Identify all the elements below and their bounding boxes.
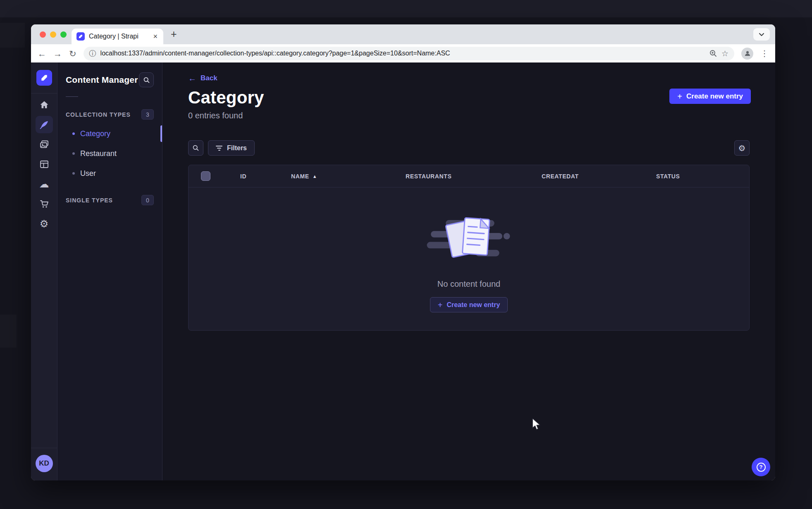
plus-icon: + [438, 301, 443, 309]
subnav-title: Content Manager [66, 75, 138, 85]
sidebar-item-label: Restaurant [80, 149, 117, 158]
desktop-pattern [0, 315, 17, 348]
single-types-count-badge: 0 [141, 195, 154, 205]
window-controls [40, 31, 67, 38]
home-icon [39, 100, 49, 110]
create-new-entry-button[interactable]: + Create new entry [669, 89, 751, 104]
list-actions-row: Filters ⚙ [188, 140, 750, 156]
active-item-indicator [160, 125, 162, 142]
empty-state-message: No content found [437, 279, 500, 289]
nav-content-manager-button[interactable] [36, 116, 53, 133]
bullet-icon [72, 172, 75, 175]
chevron-down-icon [759, 33, 764, 36]
browser-toolbar: ← → ↻ ⓘ localhost:1337/admin/content-man… [31, 44, 775, 62]
column-header-createdat[interactable]: CREATEDAT [542, 173, 656, 180]
browser-profile-button[interactable] [741, 48, 753, 60]
back-link[interactable]: ← Back [188, 74, 217, 82]
empty-state: No content found + Create new entry [189, 187, 749, 312]
entries-table: ID NAME ▲ RESTAURANTS CREATEDAT STATUS [188, 165, 750, 331]
empty-create-new-entry-button[interactable]: + Create new entry [430, 297, 508, 312]
entries-count: 0 entries found [188, 111, 750, 120]
strapi-app: ☁ ⚙ KD Content Manager [31, 62, 775, 480]
tab-search-chevron-button[interactable] [753, 28, 770, 41]
column-header-status[interactable]: STATUS [656, 173, 749, 180]
browser-tabstrip: Category | Strapi × + [31, 24, 775, 44]
bullet-icon [72, 152, 75, 155]
mouse-cursor [532, 418, 542, 431]
nav-marketplace-button[interactable] [36, 195, 53, 213]
filters-button[interactable]: Filters [208, 140, 255, 156]
new-tab-button[interactable]: + [171, 29, 177, 39]
column-header-id[interactable]: ID [240, 173, 291, 180]
help-button[interactable]: ? [752, 458, 770, 476]
question-mark-icon: ? [757, 463, 766, 472]
browser-tab[interactable]: Category | Strapi × [72, 29, 163, 44]
plus-icon: + [677, 92, 682, 101]
view-settings-button[interactable]: ⚙ [734, 140, 750, 156]
search-entries-button[interactable] [188, 140, 203, 156]
back-label: Back [201, 74, 217, 82]
url-text[interactable]: localhost:1337/admin/content-manager/col… [100, 50, 705, 57]
nav-media-library-button[interactable] [36, 136, 53, 153]
search-icon [143, 77, 150, 84]
main-content: ← Back Category 0 entries found + Create… [162, 62, 775, 480]
collection-types-count-badge: 3 [141, 109, 154, 120]
browser-window: Category | Strapi × + ← → ↻ ⓘ localhost:… [31, 24, 775, 480]
tab-title: Category | Strapi [89, 33, 152, 40]
browser-back-button[interactable]: ← [38, 49, 46, 58]
filter-icon [216, 146, 222, 151]
gear-icon: ⚙ [40, 219, 49, 229]
single-types-label: SINGLE TYPES [66, 197, 113, 204]
search-icon [192, 144, 199, 151]
sidebar-item-restaurant[interactable]: Restaurant [57, 144, 162, 163]
sidebar-item-category[interactable]: Category [57, 124, 162, 144]
bullet-icon [72, 132, 75, 135]
page-title: Category [188, 88, 750, 108]
feather-icon [39, 120, 49, 130]
browser-menu-icon[interactable]: ⋮ [760, 48, 769, 58]
sidebar-item-user[interactable]: User [57, 163, 162, 183]
cloud-icon: ☁ [39, 179, 49, 189]
minimize-window-button[interactable] [50, 31, 56, 38]
nav-home-button[interactable] [36, 96, 53, 113]
strapi-favicon-icon [76, 32, 85, 41]
sort-ascending-icon[interactable]: ▲ [313, 174, 317, 179]
filters-label: Filters [227, 144, 247, 152]
collection-types-label: COLLECTION TYPES [66, 111, 131, 118]
gear-icon: ⚙ [738, 143, 746, 153]
back-arrow-icon: ← [188, 74, 196, 82]
rail-divider [31, 448, 57, 448]
table-header-row: ID NAME ▲ RESTAURANTS CREATEDAT STATUS [189, 165, 749, 187]
media-library-icon [39, 139, 49, 149]
content-manager-subnav: Content Manager COLLECTION TYPES 3 Categ… [57, 62, 162, 480]
nav-deploy-button[interactable]: ☁ [36, 175, 53, 193]
create-new-entry-label: Create new entry [686, 92, 743, 101]
close-window-button[interactable] [40, 31, 46, 38]
subnav-search-button[interactable] [139, 72, 154, 87]
person-icon [744, 50, 751, 57]
zoom-in-icon[interactable] [709, 49, 717, 58]
subnav-divider [66, 96, 78, 97]
bookmark-star-icon[interactable]: ☆ [721, 49, 728, 58]
desktop-background-band [0, 0, 812, 17]
empty-documents-illustration [427, 213, 511, 265]
column-header-restaurants[interactable]: RESTAURANTS [406, 173, 542, 180]
desktop-pattern [0, 23, 25, 48]
strapi-logo-icon[interactable] [36, 70, 52, 86]
rail-divider [31, 93, 57, 94]
user-avatar[interactable]: KD [36, 455, 53, 472]
select-all-checkbox[interactable] [201, 171, 210, 181]
column-header-name[interactable]: NAME [291, 173, 309, 180]
sidebar-item-label: User [80, 169, 96, 178]
browser-reload-button[interactable]: ↻ [69, 49, 76, 58]
site-info-icon[interactable]: ⓘ [89, 49, 96, 58]
layout-icon [39, 159, 49, 169]
tab-close-icon[interactable]: × [152, 32, 158, 41]
url-bar[interactable]: ⓘ localhost:1337/admin/content-manager/c… [84, 47, 734, 60]
nav-content-type-builder-button[interactable] [36, 156, 53, 173]
sidebar-item-label: Category [80, 130, 110, 138]
browser-forward-button[interactable]: → [53, 49, 62, 58]
maximize-window-button[interactable] [60, 31, 67, 38]
cart-icon [39, 199, 49, 209]
nav-settings-button[interactable]: ⚙ [36, 215, 53, 233]
